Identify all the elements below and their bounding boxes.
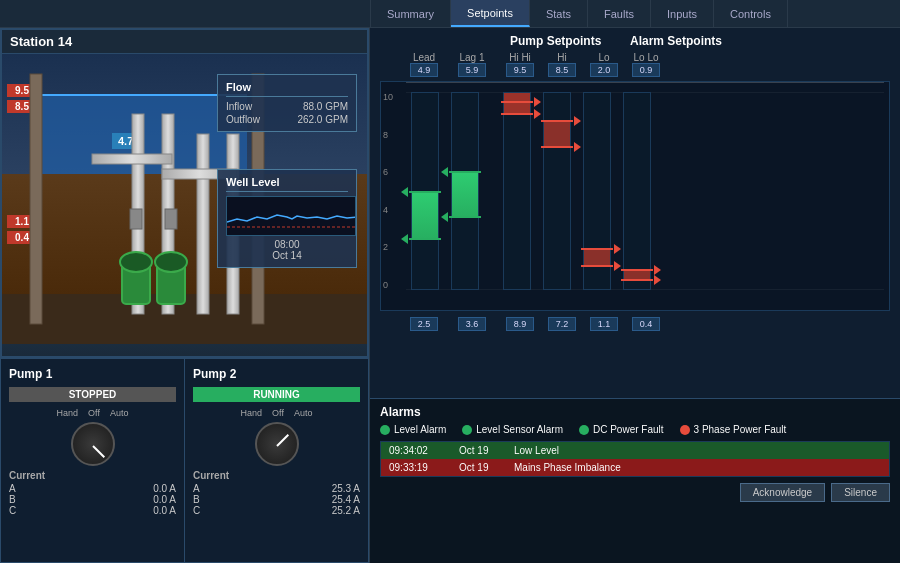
- alarm1-message: Low Level: [510, 444, 563, 457]
- level-95: 9.5: [7, 84, 37, 97]
- acknowledge-button[interactable]: Acknowledge: [740, 483, 825, 502]
- lag1-bottom-arrow: [441, 212, 448, 222]
- lead-top-val[interactable]: 4.9: [410, 63, 438, 77]
- outflow-label: Outflow: [226, 114, 260, 125]
- lo-col-header: Lo 2.0: [590, 52, 618, 79]
- pump1-mode: Hand Off Auto: [9, 408, 176, 418]
- bottom-values-row: 2.5 3.6 8.9 7.2 1.1 0.4: [380, 315, 890, 331]
- pump1-phaseB-value: 0.0 A: [153, 494, 176, 505]
- well-level-box: Well Level 08:00 Oct 14: [217, 169, 357, 268]
- hi-bottom-marker: [541, 146, 573, 148]
- pump2-dial-needle: [276, 434, 289, 447]
- pump1-current: Current A 0.0 A B 0.0 A C 0.0 A: [9, 470, 176, 516]
- top-nav: Summary Setpoints Stats Faults Inputs Co…: [0, 0, 900, 28]
- station-view: Station 14 9.5 8.5 1.1 0.4: [0, 28, 369, 358]
- pump2-off: Off: [272, 408, 284, 418]
- alarms-title: Alarms: [380, 405, 890, 419]
- hihi-top-val[interactable]: 9.5: [506, 63, 534, 77]
- pump1-phaseA-value: 0.0 A: [153, 483, 176, 494]
- pump1-phaseA-label: A: [9, 483, 16, 494]
- alarm2-time: 09:33:19: [385, 461, 455, 474]
- silence-button[interactable]: Silence: [831, 483, 890, 502]
- pump1-dial[interactable]: [71, 422, 115, 466]
- y-6: 6: [383, 167, 393, 177]
- lolo-top-marker: [621, 269, 653, 271]
- hi-bottom-arrow: [574, 142, 581, 152]
- level-04: 0.4: [7, 231, 37, 244]
- hihi-col-header: Hi Hi 9.5: [506, 52, 534, 79]
- lag1-bottom-marker: [449, 216, 481, 218]
- hihi-top-marker: [501, 101, 533, 103]
- alarm-col-labels: Hi Hi 9.5 Hi 8.5 Lo 2.0 Lo Lo 0.9: [506, 52, 660, 79]
- tab-setpoints[interactable]: Setpoints: [451, 0, 530, 27]
- main-layout: Station 14 9.5 8.5 1.1 0.4: [0, 28, 900, 563]
- lag1-label: Lag 1: [459, 52, 484, 63]
- flow-info-box: Flow Inflow 88.0 GPM Outflow 262.0 GPM: [217, 74, 357, 132]
- hi-top-arrow: [574, 116, 581, 126]
- legend-level-alarm: Level Alarm: [380, 424, 446, 435]
- pump1-off: Off: [88, 408, 100, 418]
- pump2-phaseA-label: A: [193, 483, 200, 494]
- pump1-hand: Hand: [57, 408, 79, 418]
- hihi-top-arrow: [534, 97, 541, 107]
- pump2-auto: Auto: [294, 408, 313, 418]
- lolo-top-arrow: [654, 265, 661, 275]
- lag1-col-header: Lag 1 5.9: [458, 52, 486, 79]
- lag1-top-marker: [449, 171, 481, 173]
- setpoints-area: Pump Setpoints Alarm Setpoints Lead 4.9 …: [370, 28, 900, 398]
- tab-inputs[interactable]: Inputs: [651, 0, 714, 27]
- lag1-top-arrow: [441, 167, 448, 177]
- well-chart: [226, 196, 356, 236]
- lead-col-header: Lead 4.9: [410, 52, 438, 79]
- hi-bar-col: [543, 92, 571, 290]
- legend-sensor-alarm: Level Sensor Alarm: [462, 424, 563, 435]
- y-10: 10: [383, 92, 393, 102]
- lead-bottom-marker: [409, 238, 441, 240]
- pump2-phaseB-value: 25.4 A: [332, 494, 360, 505]
- lead-top-arrow: [401, 187, 408, 197]
- tab-summary[interactable]: Summary: [370, 0, 451, 27]
- lag1-top-val[interactable]: 5.9: [458, 63, 486, 77]
- y-axis: 10 8 6 4 2 0: [383, 92, 393, 290]
- lo-top-val[interactable]: 2.0: [590, 63, 618, 77]
- lolo-bar-col: [623, 92, 651, 290]
- lolo-top-val[interactable]: 0.9: [632, 63, 660, 77]
- pump1-dial-container: [9, 422, 176, 466]
- pump1-phaseC-row: C 0.0 A: [9, 505, 176, 516]
- lead-bottom-val[interactable]: 2.5: [410, 317, 438, 331]
- alarm2-date: Oct 19: [455, 461, 510, 474]
- pump2-phaseA-row: A 25.3 A: [193, 483, 360, 494]
- pump2-phaseC-value: 25.2 A: [332, 505, 360, 516]
- alarm-bottom-vals: 8.9 7.2 1.1 0.4: [506, 315, 660, 331]
- lag1-bottom-val[interactable]: 3.6: [458, 317, 486, 331]
- hihi-bar-col: [503, 92, 531, 290]
- hihi-bottom-val[interactable]: 8.9: [506, 317, 534, 331]
- pump2-dial[interactable]: [255, 422, 299, 466]
- outflow-row: Outflow 262.0 GPM: [226, 114, 348, 125]
- inflow-row: Inflow 88.0 GPM: [226, 101, 348, 112]
- legend-level-alarm-label: Level Alarm: [394, 424, 446, 435]
- hi-top-val[interactable]: 8.5: [548, 63, 576, 77]
- inflow-value: 88.0 GPM: [303, 101, 348, 112]
- tab-stats[interactable]: Stats: [530, 0, 588, 27]
- lo-bottom-val[interactable]: 1.1: [590, 317, 618, 331]
- pump2-status: RUNNING: [193, 387, 360, 402]
- pumps-panel: Pump 1 STOPPED Hand Off Auto Current A: [0, 358, 369, 563]
- inflow-label: Inflow: [226, 101, 252, 112]
- lo-top-arrow: [614, 244, 621, 254]
- lo-bottom-marker: [581, 265, 613, 267]
- level-indicators: 9.5 8.5: [7, 84, 37, 113]
- level-85: 8.5: [7, 100, 37, 113]
- well-time: 08:00: [274, 239, 299, 250]
- pump1-card: Pump 1 STOPPED Hand Off Auto Current A: [0, 358, 185, 563]
- station-visual: 9.5 8.5 1.1 0.4 4.7: [2, 54, 367, 344]
- tab-faults[interactable]: Faults: [588, 0, 651, 27]
- legend-dc-fault: DC Power Fault: [579, 424, 664, 435]
- lolo-bottom-val[interactable]: 0.4: [632, 317, 660, 331]
- tab-controls[interactable]: Controls: [714, 0, 788, 27]
- hi-bottom-val[interactable]: 7.2: [548, 317, 576, 331]
- y-4: 4: [383, 205, 393, 215]
- lo-bar-col: [583, 92, 611, 290]
- hihi-bottom-marker: [501, 113, 533, 115]
- lag1-bar-track: [451, 92, 479, 290]
